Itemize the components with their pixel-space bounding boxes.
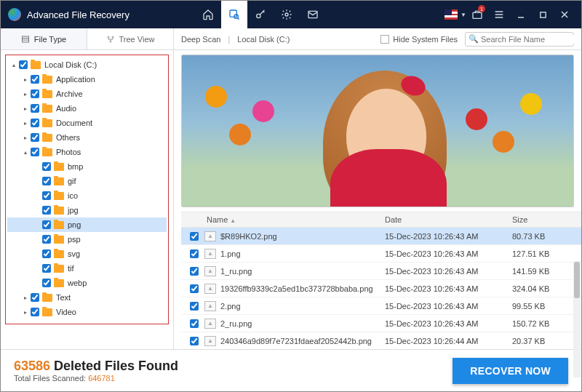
app-title: Advanced File Recovery <box>27 9 129 20</box>
menu-button[interactable] <box>488 1 510 28</box>
tree-checkbox[interactable] <box>42 177 51 185</box>
expand-icon[interactable]: ▸ <box>22 309 29 316</box>
expand-icon[interactable]: ▸ <box>22 135 29 141</box>
tree-item[interactable]: png <box>7 217 167 232</box>
tree-item[interactable]: ▸Video <box>7 305 167 319</box>
tree-checkbox[interactable] <box>42 220 51 229</box>
tree-checkbox[interactable] <box>31 104 39 113</box>
expand-icon[interactable]: ▸ <box>22 76 29 83</box>
deep-scan-label: Deep Scan <box>181 35 220 44</box>
cell-name: ▲240346a9d89f7e7231fdaeaf2052442b.png <box>204 336 385 346</box>
table-row[interactable]: ▲1.png15-Dec-2023 10:26:43 AM127.51 KB <box>181 245 581 263</box>
mail-button[interactable] <box>300 1 326 28</box>
scrollbar-thumb[interactable] <box>574 262 580 298</box>
maximize-button[interactable] <box>532 1 554 28</box>
col-date[interactable]: Date <box>385 215 512 224</box>
tree-checkbox[interactable] <box>42 264 51 273</box>
folder-tree: ▴ Local Disk (C:) ▸Application▸Archive▸A… <box>1 50 174 349</box>
scan-button[interactable] <box>221 1 247 28</box>
row-checkbox[interactable] <box>190 284 199 293</box>
row-checkbox[interactable] <box>190 267 199 276</box>
svg-point-9 <box>112 36 113 38</box>
search-box[interactable]: 🔍 ✕ <box>465 32 574 47</box>
cell-size: 20.37 KB <box>512 337 581 345</box>
table-row[interactable]: ▲1_ru.png15-Dec-2023 10:26:43 AM141.59 K… <box>181 263 581 280</box>
tree-item[interactable]: ▸Others <box>7 130 167 145</box>
expand-icon[interactable]: ▴ <box>10 62 17 68</box>
tree-checkbox[interactable] <box>42 249 51 258</box>
tree-checkbox[interactable] <box>31 293 39 302</box>
table-row[interactable]: ▲$R89HKO2.png15-Dec-2023 10:26:43 AM80.7… <box>181 228 581 245</box>
tree-checkbox[interactable] <box>31 89 39 98</box>
tree-checkbox[interactable] <box>31 75 39 84</box>
row-checkbox[interactable] <box>190 337 199 345</box>
tree-checkbox[interactable] <box>31 148 39 156</box>
row-checkbox[interactable] <box>190 232 199 241</box>
expand-icon[interactable]: ▴ <box>22 149 29 156</box>
tree-item[interactable]: bmp <box>7 159 167 174</box>
svg-point-3 <box>285 13 288 16</box>
settings-button[interactable] <box>274 1 300 28</box>
tree-item[interactable]: gif <box>7 174 167 188</box>
tree-item[interactable]: tif <box>7 261 167 276</box>
expand-icon[interactable]: ▸ <box>22 120 29 127</box>
tree-label: Video <box>56 308 76 316</box>
tree-checkbox[interactable] <box>31 119 39 127</box>
tree-item[interactable]: svg <box>7 247 167 261</box>
vertical-scrollbar[interactable] <box>573 261 581 377</box>
image-icon: ▲ <box>204 231 216 241</box>
tree-item[interactable]: ▸Archive <box>7 87 167 101</box>
search-input[interactable] <box>481 35 581 44</box>
tree-item[interactable]: ▸Application <box>7 72 167 87</box>
tree-item[interactable]: ▴Photos <box>7 145 167 159</box>
tree-item[interactable]: ▸Audio <box>7 101 167 116</box>
tree-label: Photos <box>56 148 81 156</box>
home-button[interactable] <box>195 1 221 28</box>
image-icon: ▲ <box>204 319 216 329</box>
tree-checkbox[interactable] <box>42 279 51 287</box>
tree-item[interactable]: ▸Document <box>7 116 167 130</box>
tree-item[interactable]: psp <box>7 232 167 247</box>
tab-tree-view[interactable]: Tree View <box>87 28 174 49</box>
folder-icon <box>42 148 52 156</box>
col-size[interactable]: Size <box>512 215 581 224</box>
recover-now-button[interactable]: RECOVER NOW <box>453 358 568 384</box>
right-pane: Name▲ Date Size ▲$R89HKO2.png15-Dec-2023… <box>174 50 581 349</box>
tree-item[interactable]: webp <box>7 276 167 290</box>
tree-item[interactable]: ▸Text <box>7 290 167 305</box>
tree-label: bmp <box>68 162 83 171</box>
expand-icon[interactable]: ▸ <box>22 105 29 112</box>
language-button[interactable]: ▼ <box>445 1 466 28</box>
titlebar-nav <box>195 1 326 28</box>
tree-root[interactable]: ▴ Local Disk (C:) <box>7 57 167 72</box>
hide-system-checkbox[interactable]: Hide System Files <box>380 35 458 44</box>
sort-asc-icon: ▲ <box>230 217 236 224</box>
tree-item[interactable]: jpg <box>7 203 167 217</box>
folder-icon <box>54 192 64 200</box>
key-button[interactable] <box>247 1 274 28</box>
minimize-button[interactable] <box>510 1 532 28</box>
tree-item[interactable]: ico <box>7 188 167 203</box>
row-checkbox[interactable] <box>190 249 199 258</box>
tree-checkbox[interactable] <box>31 308 39 316</box>
tree-checkbox[interactable] <box>42 162 51 171</box>
tree-checkbox[interactable] <box>42 191 51 200</box>
expand-icon[interactable]: ▸ <box>22 91 29 97</box>
tree-checkbox[interactable] <box>31 133 39 142</box>
col-name[interactable]: Name▲ <box>204 215 385 224</box>
tab-file-type[interactable]: File Type <box>1 28 87 49</box>
expand-icon[interactable]: ▸ <box>22 295 29 301</box>
table-row[interactable]: ▲2_ru.png15-Dec-2023 10:26:43 AM150.72 K… <box>181 315 581 332</box>
tree-label: psp <box>68 235 81 244</box>
tree-checkbox[interactable] <box>42 235 51 244</box>
tree-checkbox[interactable] <box>42 206 51 215</box>
close-button[interactable] <box>554 1 575 28</box>
row-checkbox[interactable] <box>190 302 199 311</box>
table-row[interactable]: ▲240346a9d89f7e7231fdaeaf2052442b.png15-… <box>181 332 581 349</box>
toolbox-button[interactable]: 1 <box>466 1 488 28</box>
table-row[interactable]: ▲2.png15-Dec-2023 10:26:43 AM99.55 KB <box>181 297 581 315</box>
table-row[interactable]: ▲19326ffb9339c2a5ed1bc373728bbaba.png15-… <box>181 280 581 297</box>
row-checkbox[interactable] <box>190 319 199 328</box>
tree-checkbox[interactable] <box>19 60 28 69</box>
stats: 63586 Deleted Files Found Total Files Sc… <box>14 359 178 383</box>
